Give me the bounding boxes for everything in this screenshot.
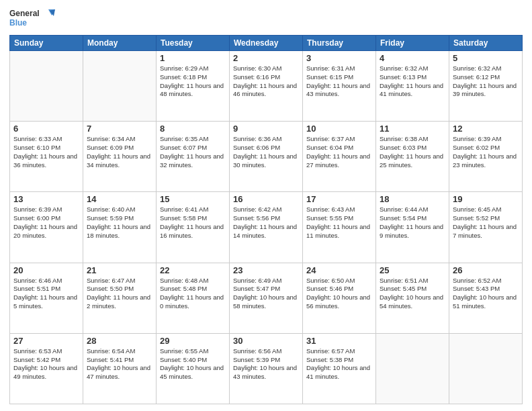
calendar-cell: 8Sunrise: 6:35 AMSunset: 6:07 PMDaylight… <box>157 122 230 192</box>
cell-info: Sunrise: 6:33 AMSunset: 6:10 PMDaylight:… <box>13 135 79 169</box>
date-number: 5 <box>453 53 519 63</box>
date-number: 2 <box>233 53 299 63</box>
calendar-cell <box>10 51 83 122</box>
cell-info: Sunrise: 6:37 AMSunset: 6:04 PMDaylight:… <box>306 135 372 169</box>
calendar-cell: 12Sunrise: 6:39 AMSunset: 6:02 PMDayligh… <box>449 122 523 192</box>
cell-info: Sunrise: 6:40 AMSunset: 5:59 PMDaylight:… <box>87 205 152 240</box>
cell-info: Sunrise: 6:36 AMSunset: 6:06 PMDaylight:… <box>233 135 299 169</box>
cell-info: Sunrise: 6:43 AMSunset: 5:55 PMDaylight:… <box>306 205 372 240</box>
cell-info: Sunrise: 6:31 AMSunset: 6:15 PMDaylight:… <box>306 64 372 99</box>
day-header-tuesday: Tuesday <box>157 36 230 51</box>
date-number: 20 <box>13 265 79 275</box>
calendar-cell: 28Sunrise: 6:54 AMSunset: 5:41 PMDayligh… <box>83 333 157 404</box>
cell-info: Sunrise: 6:45 AMSunset: 5:52 PMDaylight:… <box>453 205 519 240</box>
calendar-cell: 27Sunrise: 6:53 AMSunset: 5:42 PMDayligh… <box>10 333 83 404</box>
svg-text:Blue: Blue <box>9 18 27 28</box>
calendar-cell: 6Sunrise: 6:33 AMSunset: 6:10 PMDaylight… <box>10 122 83 192</box>
date-number: 7 <box>87 124 152 134</box>
date-number: 18 <box>380 194 445 204</box>
date-number: 4 <box>380 53 445 63</box>
calendar-cell: 14Sunrise: 6:40 AMSunset: 5:59 PMDayligh… <box>83 192 157 263</box>
calendar-container: General Blue SundayMondayTuesdayWednesda… <box>0 0 532 411</box>
calendar-cell: 26Sunrise: 6:52 AMSunset: 5:43 PMDayligh… <box>449 263 523 333</box>
calendar-cell: 5Sunrise: 6:32 AMSunset: 6:12 PMDaylight… <box>449 51 523 122</box>
cell-info: Sunrise: 6:48 AMSunset: 5:48 PMDaylight:… <box>160 277 226 311</box>
logo-svg: General Blue <box>9 7 58 31</box>
svg-text:General: General <box>9 9 40 18</box>
date-number: 14 <box>87 194 152 204</box>
cell-info: Sunrise: 6:38 AMSunset: 6:03 PMDaylight:… <box>380 135 445 169</box>
cell-info: Sunrise: 6:56 AMSunset: 5:39 PMDaylight:… <box>233 347 299 381</box>
date-number: 17 <box>306 194 372 204</box>
cell-info: Sunrise: 6:54 AMSunset: 5:41 PMDaylight:… <box>87 347 152 381</box>
calendar-cell: 2Sunrise: 6:30 AMSunset: 6:16 PMDaylight… <box>230 51 303 122</box>
date-number: 11 <box>380 124 445 134</box>
calendar-cell: 23Sunrise: 6:49 AMSunset: 5:47 PMDayligh… <box>230 263 303 333</box>
date-number: 22 <box>160 265 226 275</box>
calendar-cell: 11Sunrise: 6:38 AMSunset: 6:03 PMDayligh… <box>376 122 449 192</box>
cell-info: Sunrise: 6:29 AMSunset: 6:18 PMDaylight:… <box>160 64 226 99</box>
cell-info: Sunrise: 6:53 AMSunset: 5:42 PMDaylight:… <box>13 347 79 381</box>
day-header-saturday: Saturday <box>449 36 523 51</box>
day-header-monday: Monday <box>83 36 157 51</box>
date-number: 29 <box>160 336 226 346</box>
date-number: 24 <box>306 265 372 275</box>
calendar-cell <box>83 51 157 122</box>
calendar-cell: 20Sunrise: 6:46 AMSunset: 5:51 PMDayligh… <box>10 263 83 333</box>
date-number: 13 <box>13 194 79 204</box>
calendar-cell: 3Sunrise: 6:31 AMSunset: 6:15 PMDaylight… <box>303 51 376 122</box>
calendar-cell: 4Sunrise: 6:32 AMSunset: 6:13 PMDaylight… <box>376 51 449 122</box>
date-number: 28 <box>87 336 152 346</box>
cell-info: Sunrise: 6:42 AMSunset: 5:56 PMDaylight:… <box>233 205 299 240</box>
date-number: 9 <box>233 124 299 134</box>
cell-info: Sunrise: 6:44 AMSunset: 5:54 PMDaylight:… <box>380 205 445 240</box>
header: General Blue <box>9 7 523 31</box>
calendar-cell: 25Sunrise: 6:51 AMSunset: 5:45 PMDayligh… <box>376 263 449 333</box>
calendar-cell: 16Sunrise: 6:42 AMSunset: 5:56 PMDayligh… <box>230 192 303 263</box>
date-number: 31 <box>306 336 372 346</box>
calendar-cell <box>376 333 449 404</box>
date-number: 10 <box>306 124 372 134</box>
calendar-cell: 24Sunrise: 6:50 AMSunset: 5:46 PMDayligh… <box>303 263 376 333</box>
calendar-cell: 31Sunrise: 6:57 AMSunset: 5:38 PMDayligh… <box>303 333 376 404</box>
date-number: 6 <box>13 124 79 134</box>
calendar-cell: 17Sunrise: 6:43 AMSunset: 5:55 PMDayligh… <box>303 192 376 263</box>
calendar-cell: 15Sunrise: 6:41 AMSunset: 5:58 PMDayligh… <box>157 192 230 263</box>
cell-info: Sunrise: 6:41 AMSunset: 5:58 PMDaylight:… <box>160 205 226 240</box>
calendar-cell <box>449 333 523 404</box>
cell-info: Sunrise: 6:52 AMSunset: 5:43 PMDaylight:… <box>453 277 519 311</box>
date-number: 16 <box>233 194 299 204</box>
date-number: 12 <box>453 124 519 134</box>
date-number: 30 <box>233 336 299 346</box>
calendar-cell: 9Sunrise: 6:36 AMSunset: 6:06 PMDaylight… <box>230 122 303 192</box>
calendar-cell: 30Sunrise: 6:56 AMSunset: 5:39 PMDayligh… <box>230 333 303 404</box>
cell-info: Sunrise: 6:34 AMSunset: 6:09 PMDaylight:… <box>87 135 152 169</box>
day-header-sunday: Sunday <box>10 36 83 51</box>
cell-info: Sunrise: 6:50 AMSunset: 5:46 PMDaylight:… <box>306 277 372 311</box>
date-number: 15 <box>160 194 226 204</box>
date-number: 19 <box>453 194 519 204</box>
date-number: 1 <box>160 53 226 63</box>
cell-info: Sunrise: 6:46 AMSunset: 5:51 PMDaylight:… <box>13 277 79 311</box>
cell-info: Sunrise: 6:32 AMSunset: 6:12 PMDaylight:… <box>453 64 519 99</box>
date-number: 25 <box>380 265 445 275</box>
day-header-wednesday: Wednesday <box>230 36 303 51</box>
cell-info: Sunrise: 6:32 AMSunset: 6:13 PMDaylight:… <box>380 64 445 99</box>
calendar-cell: 7Sunrise: 6:34 AMSunset: 6:09 PMDaylight… <box>83 122 157 192</box>
cell-info: Sunrise: 6:57 AMSunset: 5:38 PMDaylight:… <box>306 347 372 381</box>
calendar-cell: 1Sunrise: 6:29 AMSunset: 6:18 PMDaylight… <box>157 51 230 122</box>
date-number: 8 <box>160 124 226 134</box>
date-number: 3 <box>306 53 372 63</box>
calendar-cell: 29Sunrise: 6:55 AMSunset: 5:40 PMDayligh… <box>157 333 230 404</box>
date-number: 21 <box>87 265 152 275</box>
cell-info: Sunrise: 6:47 AMSunset: 5:50 PMDaylight:… <box>87 277 152 311</box>
cell-info: Sunrise: 6:35 AMSunset: 6:07 PMDaylight:… <box>160 135 226 169</box>
day-header-thursday: Thursday <box>303 36 376 51</box>
cell-info: Sunrise: 6:55 AMSunset: 5:40 PMDaylight:… <box>160 347 226 381</box>
cell-info: Sunrise: 6:49 AMSunset: 5:47 PMDaylight:… <box>233 277 299 311</box>
cell-info: Sunrise: 6:39 AMSunset: 6:00 PMDaylight:… <box>13 205 79 240</box>
cell-info: Sunrise: 6:30 AMSunset: 6:16 PMDaylight:… <box>233 64 299 99</box>
calendar-cell: 21Sunrise: 6:47 AMSunset: 5:50 PMDayligh… <box>83 263 157 333</box>
calendar-cell: 13Sunrise: 6:39 AMSunset: 6:00 PMDayligh… <box>10 192 83 263</box>
date-number: 23 <box>233 265 299 275</box>
